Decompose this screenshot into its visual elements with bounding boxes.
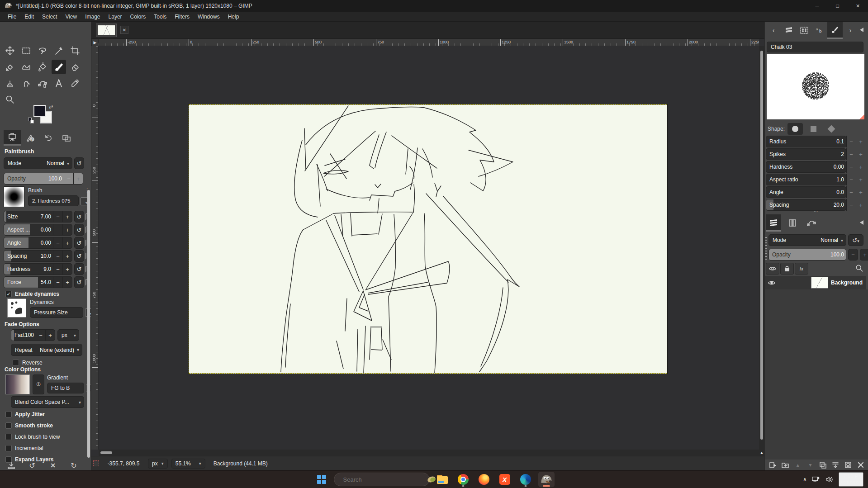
opacity-increment-button[interactable]: + — [860, 249, 868, 261]
taskbar-clock[interactable]: 7:51 PM 2/26/2026 — [839, 472, 863, 487]
decrement-button[interactable]: − — [53, 237, 62, 249]
menu-edit[interactable]: Edit — [20, 12, 38, 22]
paint-mode-select[interactable]: Mode Normal ▾ — [4, 157, 72, 169]
aspect-ratio-row[interactable]: Aspect ratio 1.0 − + — [766, 174, 865, 185]
clone-tool-icon[interactable] — [3, 76, 17, 90]
delete-layer-icon[interactable] — [856, 460, 866, 469]
decrement-button[interactable]: − — [846, 136, 856, 147]
blend-color-space-select[interactable]: Blend Color Space P... ▾ — [11, 396, 84, 408]
decrement-button[interactable]: − — [846, 174, 856, 185]
layers-list-empty-area[interactable] — [765, 289, 868, 460]
new-group-icon[interactable] — [780, 460, 790, 469]
increment-button[interactable]: + — [62, 250, 72, 262]
layer-mode-select[interactable]: Mode Normal ▾ — [768, 234, 846, 246]
reset-icon[interactable]: ↺ — [74, 237, 84, 249]
reverse-gradient-icon[interactable]: ⦶ — [33, 374, 44, 394]
increment-button[interactable]: + — [62, 224, 72, 236]
menu-tools[interactable]: Tools — [150, 12, 171, 22]
default-colors-icon[interactable] — [28, 118, 34, 124]
navigation-preview-icon[interactable]: ▲ — [759, 450, 764, 456]
canvas-menu-icon[interactable]: ▶ — [91, 39, 99, 46]
decrement-button[interactable]: − — [53, 211, 62, 223]
taskbar-gimp[interactable] — [538, 472, 555, 487]
increment-button[interactable]: + — [856, 136, 865, 147]
color-picker-tool-icon[interactable] — [68, 76, 82, 90]
hardness-row[interactable]: Hardness 0.00 − + — [766, 161, 865, 173]
smudge-tool-icon[interactable] — [19, 76, 33, 90]
tab-tool-options[interactable] — [4, 130, 21, 146]
taskbar-file-explorer[interactable] — [434, 472, 451, 487]
brush-select[interactable]: 2. Hardness 075 — [28, 195, 79, 206]
tab-images[interactable] — [58, 130, 75, 146]
taskbar-chrome[interactable] — [455, 472, 471, 487]
tab-brushes[interactable] — [827, 22, 843, 39]
vertical-scrollbar[interactable] — [759, 46, 764, 450]
decrement-button[interactable]: − — [36, 329, 45, 341]
aspect-ratio-slider[interactable]: Aspect ... 0.00 − + ↺ — [4, 224, 89, 236]
incremental-checkbox[interactable]: Incremental — [5, 444, 43, 453]
reset-icon[interactable]: ↺ — [74, 263, 84, 275]
reset-icon[interactable]: ↺ — [74, 224, 84, 236]
quickmask-toggle-icon[interactable] — [93, 460, 99, 466]
unified-transform-tool-icon[interactable] — [3, 60, 17, 74]
increment-button[interactable]: + — [856, 186, 865, 198]
horizontal-scrollbar[interactable] — [99, 450, 759, 456]
reset-icon[interactable]: ↺ — [74, 250, 84, 262]
network-icon[interactable] — [811, 475, 821, 483]
repeat-select[interactable]: Repeat None (extend) ▾ — [11, 344, 82, 356]
tab-patterns[interactable] — [797, 22, 812, 39]
size-slider[interactable]: Size 7.00 − + ↺ — [4, 211, 89, 223]
new-layer-icon[interactable] — [768, 460, 778, 469]
paintbrush-tool-icon[interactable] — [52, 60, 66, 74]
search-input[interactable] — [343, 476, 423, 483]
layer-row[interactable]: Background — [765, 276, 866, 289]
force-slider[interactable]: Force 54.0 − + ↺ — [4, 276, 89, 288]
lock-brush-checkbox[interactable]: Lock brush to view — [5, 432, 60, 441]
zoom-select[interactable]: 55.1% ▾ — [171, 459, 205, 469]
move-tool-icon[interactable] — [3, 43, 17, 58]
opacity-decrement-button[interactable]: − — [64, 173, 73, 185]
decrement-button[interactable]: − — [846, 186, 856, 198]
opacity-slider[interactable]: Opacity 100.0 − + — [4, 173, 83, 185]
increment-button[interactable]: + — [856, 174, 865, 185]
menu-view[interactable]: View — [61, 12, 81, 22]
tab-paths[interactable] — [804, 214, 819, 232]
restore-tool-preset-icon[interactable]: ↺ — [26, 460, 38, 470]
minimize-button[interactable]: ─ — [807, 0, 827, 12]
increment-button[interactable]: + — [62, 211, 72, 223]
menu-windows[interactable]: Windows — [194, 12, 224, 22]
dock-menu-icon[interactable] — [858, 219, 865, 226]
eraser-tool-icon[interactable] — [68, 60, 82, 74]
horizontal-ruler[interactable]: -2500250500750100012501500175020002250 — [99, 39, 759, 46]
rectangle-select-tool-icon[interactable] — [19, 43, 33, 58]
save-tool-preset-icon[interactable] — [5, 461, 17, 470]
tab-device-status[interactable]: i — [22, 130, 39, 146]
menu-select[interactable]: Select — [38, 12, 61, 22]
taskbar-search[interactable] — [334, 473, 430, 486]
layer-opacity-slider[interactable]: Opacity 100.0 − + — [768, 249, 868, 261]
radius-row[interactable]: Radius 0.1 − + — [766, 136, 865, 147]
expander-icon[interactable]: ⋯ — [765, 209, 868, 214]
menu-layer[interactable]: Layer — [104, 12, 126, 22]
fuzzy-select-tool-icon[interactable] — [52, 43, 66, 58]
tab-fonts[interactable]: ab — [812, 22, 827, 39]
increment-button[interactable]: + — [856, 161, 865, 173]
reset-icon[interactable]: ↺ — [74, 276, 84, 288]
fx-icon[interactable]: fx — [795, 263, 808, 275]
mode-reset-icon[interactable]: ↺ — [74, 157, 84, 169]
lock-icon[interactable] — [780, 263, 794, 275]
canvas-viewport[interactable] — [99, 46, 759, 450]
reset-icon[interactable]: ↺ — [74, 211, 84, 223]
increment-button[interactable]: + — [62, 276, 72, 288]
apply-jitter-checkbox[interactable]: Apply Jitter — [5, 410, 45, 419]
duplicate-layer-icon[interactable] — [818, 460, 828, 469]
increment-button[interactable]: + — [62, 237, 72, 249]
image-tab-close-icon[interactable]: ✕ — [120, 26, 128, 34]
fade-unit-select[interactable]: px ▾ — [57, 329, 79, 341]
tool-options-scrollbar[interactable] — [87, 190, 90, 458]
menu-file[interactable]: File — [4, 12, 20, 22]
dock-scroll-left-icon[interactable]: ‹ — [766, 22, 781, 39]
vertical-ruler[interactable]: 02505007501000 — [91, 46, 99, 450]
paths-tool-icon[interactable] — [35, 76, 50, 90]
decrement-button[interactable]: − — [53, 250, 62, 262]
